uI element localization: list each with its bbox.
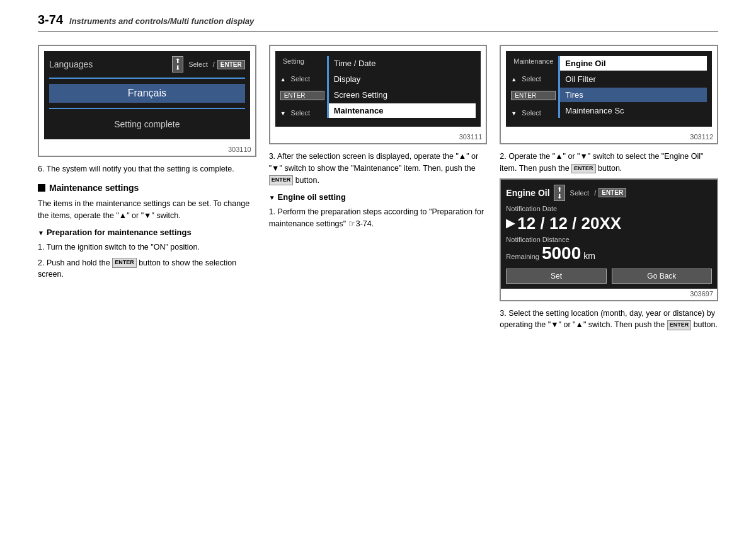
maint-oil-filter: Oil Filter — [560, 72, 707, 86]
select-enter-badge: ⬆⬇ Select / ENTER — [172, 56, 245, 72]
col1-p2: The items in the maintenance settings ca… — [38, 198, 256, 222]
maint-maintenance-sc: Maintenance Sc — [560, 103, 707, 118]
select-down-row: Select — [280, 108, 324, 118]
maint-arrow-down-icon — [511, 108, 517, 117]
column-2: Setting Select ENTER Select Time / Date — [269, 45, 488, 335]
maintenance-label: Maintenance — [511, 56, 556, 66]
screen-maintenance-inner: Maintenance Select ENTER Select Engine O… — [506, 51, 712, 127]
enter-badge-1: ENTER — [217, 60, 245, 69]
col1-p1: 6. The system will notify you that the s… — [38, 163, 256, 175]
oil-button-row: Set Go Back — [506, 269, 712, 284]
col3-text-1: 2. Operate the "▲" or "▼" switch to sele… — [500, 151, 718, 175]
triangle-icon-2: ▼ — [269, 193, 275, 202]
notif-date-section: Notification Date ▶ 12 / 12 / 20XX — [506, 205, 712, 233]
col3-text-2: 3. Select the setting location (month, d… — [500, 308, 718, 332]
oil-select-enter: ⬆⬇ Select / ENTER — [554, 185, 627, 201]
screen-settings-inner: Setting Select ENTER Select Time / Date — [275, 51, 481, 127]
page-subtitle: Instruments and controls/Multi function … — [69, 16, 254, 26]
col2-p1: 3. After the selection screen is display… — [269, 151, 488, 186]
col3-p1: 2. Operate the "▲" or "▼" switch to sele… — [500, 151, 718, 175]
maint-arrow-up-icon — [511, 74, 517, 83]
dist-value: 5000 — [542, 243, 581, 263]
enter-inline-4: ENTER — [667, 320, 692, 330]
francais-row: Français — [49, 84, 245, 103]
maintenance-heading: Maintenance settings — [38, 182, 256, 195]
menu-time-date: Time / Date — [329, 56, 476, 71]
oil-top-row: Engine Oil ⬆⬇ Select / ENTER — [506, 185, 712, 201]
arrow-up-icon — [280, 74, 286, 83]
col1-text: 6. The system will notify you that the s… — [38, 163, 256, 281]
col2-step1: 1. Perform the preparation steps accordi… — [269, 206, 488, 230]
screen-code-3: 303112 — [501, 132, 717, 143]
screen-engine-oil: Engine Oil ⬆⬇ Select / ENTER Notificatio… — [500, 178, 718, 301]
menu-maintenance: Maintenance — [329, 103, 476, 118]
settings-left-panel: Setting Select ENTER Select — [280, 56, 324, 118]
screen-maintenance: Maintenance Select ENTER Select Engine O… — [500, 45, 718, 144]
engine-oil-subheading: ▼ Engine oil setting — [269, 191, 488, 204]
col2-text: 3. After the selection screen is display… — [269, 151, 488, 229]
triangle-icon-1: ▼ — [38, 228, 44, 238]
enter-inline-3: ENTER — [571, 164, 596, 174]
screen-code-1: 303110 — [39, 144, 255, 156]
column-1: Languages ⬆⬇ Select / ENTER Français Set… — [38, 45, 256, 335]
remaining-label: Remaining — [506, 253, 539, 260]
enter-btn-2: ENTER — [280, 91, 324, 100]
enter-inline-2: ENTER — [269, 175, 294, 185]
maint-enter-btn: ENTER — [511, 91, 556, 100]
settings-right-panel: Time / Date Display Screen Setting Maint… — [327, 56, 476, 118]
set-button[interactable]: Set — [506, 269, 606, 284]
maint-engine-oil: Engine Oil — [560, 56, 707, 71]
slash-1: / — [213, 61, 215, 68]
screen-settings: Setting Select ENTER Select Time / Date — [269, 45, 488, 144]
enter-inline-1: ENTER — [112, 258, 137, 268]
dist-unit: km — [583, 251, 595, 261]
screen-languages-inner: Languages ⬆⬇ Select / ENTER Français Set… — [44, 51, 250, 139]
col1-step1: 1. Turn the ignition switch to the "ON" … — [38, 241, 256, 253]
play-icon: ▶ — [506, 216, 515, 230]
screen-languages: Languages ⬆⬇ Select / ENTER Français Set… — [38, 45, 256, 157]
select-up-row: Select — [280, 74, 324, 84]
maint-tires: Tires — [560, 88, 707, 102]
go-back-button[interactable]: Go Back — [612, 269, 712, 284]
languages-label: Languages — [49, 59, 93, 69]
oil-slash: / — [594, 189, 596, 197]
notif-date-label: Notification Date — [506, 205, 712, 212]
arrow-down-icon — [280, 108, 286, 117]
col3-p2: 3. Select the setting location (month, d… — [500, 308, 718, 332]
maint-select-up-row: Select — [511, 74, 556, 84]
menu-screen-setting: Screen Setting — [329, 88, 476, 102]
oil-screen-inner: Engine Oil ⬆⬇ Select / ENTER Notificatio… — [501, 180, 717, 289]
remaining-row: Remaining 5000 km — [506, 243, 712, 263]
page-header: 3-74 Instruments and controls/Multi func… — [38, 13, 718, 32]
date-display: ▶ 12 / 12 / 20XX — [506, 214, 712, 233]
maint-select-up-label: Select — [519, 74, 544, 84]
black-square-icon — [38, 184, 45, 192]
select-up-label: Select — [289, 74, 313, 84]
page-number: 3-74 — [38, 13, 63, 27]
column-3: Maintenance Select ENTER Select Engine O… — [500, 45, 718, 335]
maint-select-down-row: Select — [511, 108, 556, 118]
highlight-bar-2 — [49, 108, 245, 109]
arrow-updown-icon: ⬆⬇ — [172, 56, 183, 72]
oil-enter-badge: ENTER — [598, 188, 626, 197]
maint-left-panel: Maintenance Select ENTER Select — [511, 56, 556, 118]
setting-complete: Setting complete — [49, 114, 245, 134]
highlight-bar-1 — [49, 78, 245, 79]
menu-display: Display — [329, 72, 476, 86]
oil-arrow-icon: ⬆⬇ — [554, 185, 565, 201]
screen-code-2: 303111 — [270, 132, 486, 143]
select-down-label: Select — [289, 108, 313, 118]
maint-select-down-label: Select — [519, 108, 544, 118]
select-text-1: Select — [186, 59, 210, 69]
notif-dist-label: Notification Distance — [506, 236, 712, 243]
setting-label: Setting — [280, 56, 324, 66]
oil-title: Engine Oil — [506, 188, 549, 198]
maint-right-panel: Engine Oil Oil Filter Tires Maintenance … — [558, 56, 707, 118]
oil-select-text: Select — [568, 188, 592, 198]
screen-code-4: 303697 — [501, 289, 717, 300]
prep-subheading: ▼ Preparation for maintenance settings — [38, 226, 256, 239]
col1-step2: 2. Push and hold the ENTER button to sho… — [38, 257, 256, 281]
date-value: 12 / 12 / 20XX — [517, 214, 621, 233]
notif-dist-section: Notification Distance Remaining 5000 km — [506, 236, 712, 263]
